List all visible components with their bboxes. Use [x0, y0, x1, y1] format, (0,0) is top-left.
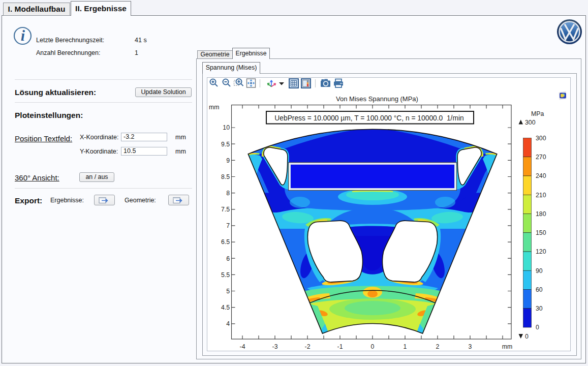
svg-text:90: 90: [536, 267, 543, 274]
svg-text:5.5: 5.5: [221, 271, 230, 279]
svg-text:7: 7: [226, 222, 230, 229]
svg-text:0: 0: [525, 333, 529, 340]
svg-text:120: 120: [536, 248, 546, 255]
svg-text:mm: mm: [209, 104, 220, 111]
svg-text:240: 240: [536, 172, 546, 179]
svg-text:9: 9: [226, 157, 230, 164]
svg-text:300: 300: [525, 119, 536, 126]
svg-text:mm: mm: [502, 343, 513, 350]
svg-text:8: 8: [226, 190, 230, 197]
svg-text:270: 270: [536, 154, 546, 161]
svg-text:150: 150: [536, 229, 546, 236]
svg-text:0: 0: [536, 324, 539, 331]
svg-text:180: 180: [536, 210, 546, 218]
svg-text:4.5: 4.5: [221, 304, 230, 311]
svg-text:-4: -4: [240, 343, 245, 350]
svg-text:Von Mises Spannung (MPa): Von Mises Spannung (MPa): [336, 95, 418, 103]
svg-text:10: 10: [223, 124, 230, 131]
svg-text:i: i: [21, 27, 25, 44]
svg-text:6: 6: [226, 255, 230, 262]
svg-text:0: 0: [371, 343, 375, 350]
svg-text:3: 3: [469, 343, 472, 350]
svg-text:30: 30: [536, 305, 543, 312]
svg-text:-3: -3: [272, 343, 278, 350]
svg-text:6.5: 6.5: [221, 238, 230, 246]
svg-text:9.5: 9.5: [221, 141, 230, 148]
svg-text:MPa: MPa: [531, 110, 544, 117]
svg-text:8.5: 8.5: [221, 173, 230, 180]
svg-text:210: 210: [536, 192, 546, 199]
svg-text:60: 60: [536, 286, 543, 293]
svg-text:1: 1: [404, 343, 407, 350]
svg-text:2: 2: [436, 343, 440, 350]
svg-text:-1: -1: [337, 343, 343, 350]
svg-text:5: 5: [226, 288, 230, 295]
svg-text:7.5: 7.5: [221, 206, 230, 213]
svg-text:4: 4: [226, 320, 230, 327]
svg-text:300: 300: [536, 135, 546, 142]
svg-text:-2: -2: [305, 343, 311, 350]
svg-text:UebPress = 10.0000 µm, T = 100: UebPress = 10.0000 µm, T = 100.000 °C, n…: [274, 114, 463, 122]
